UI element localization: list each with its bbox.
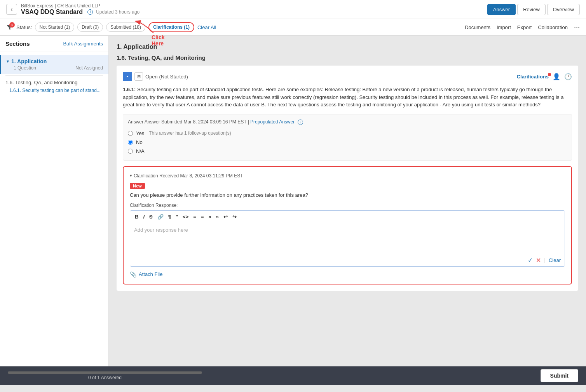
- confirm-button[interactable]: ✓: [528, 257, 533, 264]
- submit-button[interactable]: Submit: [541, 369, 578, 382]
- strikethrough-button[interactable]: S: [148, 213, 154, 220]
- prepopulated-label[interactable]: Prepopulated Answer: [250, 119, 295, 125]
- clear-button[interactable]: Clear: [549, 257, 561, 263]
- status-dropdown-button[interactable]: [123, 72, 132, 81]
- editor-footer: ✓ ✕ | Clear: [130, 254, 565, 266]
- sidebar-subsection-testing[interactable]: 1.6. Testing, QA, and Monitoring: [0, 77, 108, 86]
- radio-na[interactable]: [128, 149, 133, 154]
- documents-button[interactable]: Documents: [465, 24, 490, 30]
- status-bar: 1 Status: Not Started (1) Draft (0) Subm…: [0, 19, 586, 36]
- clarifications-button[interactable]: Clarifications: [517, 74, 549, 80]
- sidebar: Sections Bulk Assignments ▾ 1. Applicati…: [0, 36, 109, 366]
- option-no-label: No: [136, 139, 143, 145]
- header: ‹ BillSox Express | CR Bank United LLP V…: [0, 0, 586, 19]
- back-button[interactable]: ‹: [6, 4, 17, 15]
- editor-body[interactable]: Add your response here: [130, 223, 565, 254]
- bulk-assignments-button[interactable]: Bulk Assignments: [63, 41, 103, 47]
- paragraph-button[interactable]: ¶: [167, 213, 173, 220]
- main-content: 1. Application 1.6. Testing, QA, and Mon…: [109, 36, 586, 366]
- collaboration-button[interactable]: Collaboration: [538, 24, 568, 30]
- progress-section: 0 of 1 Answered: [8, 371, 202, 380]
- header-left: ‹ BillSox Express | CR Bank United LLP V…: [6, 3, 140, 16]
- sidebar-title: Sections: [5, 40, 30, 47]
- review-button[interactable]: Review: [517, 4, 546, 15]
- option-na[interactable]: N/A: [128, 148, 567, 154]
- main-layout: Sections Bulk Assignments ▾ 1. Applicati…: [0, 36, 586, 366]
- updated-time: Updated 3 hours ago: [96, 9, 140, 15]
- unordered-list-button[interactable]: ≡: [199, 213, 206, 220]
- prepopulated-info-icon[interactable]: i: [298, 120, 303, 125]
- option-yes[interactable]: Yes This answer has 1 follow-up question…: [128, 130, 567, 136]
- question-count: 1 Question: [14, 65, 36, 71]
- undo-button[interactable]: ↩: [222, 213, 229, 220]
- expand-icon[interactable]: ⊞: [134, 72, 143, 81]
- attach-label: Attach File: [139, 271, 162, 277]
- section-meta: 1 Question Not Assigned: [14, 64, 103, 71]
- blockquote-button[interactable]: ": [174, 213, 180, 220]
- assign-icon[interactable]: 👤: [553, 73, 560, 80]
- progress-label: 0 of 1 Answered: [8, 375, 202, 380]
- assigned-status: Not Assigned: [75, 65, 103, 71]
- cancel-button[interactable]: ✕: [536, 257, 541, 264]
- clarification-response-label: Clarification Response:: [130, 203, 565, 208]
- indent-right-button[interactable]: »: [215, 213, 220, 220]
- header-actions: Answer Review Overview: [487, 4, 580, 15]
- clarif-chevron-icon: ▾: [130, 173, 132, 178]
- code-button[interactable]: <>: [181, 213, 190, 220]
- draft-chip[interactable]: Draft (0): [77, 23, 103, 32]
- link-button[interactable]: 🔗: [156, 213, 165, 220]
- clarification-question-text: Can you please provide further informati…: [130, 192, 565, 198]
- radio-no[interactable]: [128, 140, 133, 145]
- answer-submitted-label: Answer: [128, 119, 145, 125]
- header-title-group: BillSox Express | CR Bank United LLP VSA…: [21, 3, 140, 16]
- indent-left-button[interactable]: «: [207, 213, 213, 220]
- question-number: 1.6.1:: [123, 87, 136, 92]
- filter-badge: 1: [9, 22, 15, 28]
- redo-button[interactable]: ↪: [231, 213, 238, 220]
- question-card: ⊞ Open (Not Started) Clarifications 👤 🕐 …: [117, 66, 578, 291]
- clarifications-chip[interactable]: Clarifications (1): [148, 22, 194, 32]
- radio-yes[interactable]: [128, 131, 133, 136]
- sidebar-header: Sections Bulk Assignments: [0, 36, 108, 52]
- open-status-label: Open (Not Started): [145, 74, 188, 80]
- clarification-header: ▾ Clarification Received Mar 8, 2024 03:…: [130, 173, 565, 179]
- answer-button[interactable]: Answer: [487, 4, 516, 15]
- export-button[interactable]: Export: [517, 24, 532, 30]
- not-started-chip[interactable]: Not Started (1): [35, 23, 74, 32]
- info-icon[interactable]: i: [87, 9, 93, 15]
- breadcrumb: 1. Application: [117, 43, 578, 50]
- submitted-chip[interactable]: Submitted (18): [106, 23, 145, 32]
- page-title: VSAQ DDQ Standard: [21, 9, 83, 16]
- section-item-header: ▾ 1. Application: [7, 58, 103, 64]
- italic-button[interactable]: I: [141, 213, 146, 220]
- chevron-down-icon: [125, 74, 130, 79]
- ordered-list-button[interactable]: ≡: [192, 213, 198, 220]
- clear-all-button[interactable]: Clear All: [197, 24, 216, 30]
- progress-bar-background: [8, 371, 202, 374]
- sidebar-item-application[interactable]: ▾ 1. Application 1 Question Not Assigned: [0, 55, 108, 74]
- filter-icon-container[interactable]: 1: [6, 24, 13, 31]
- answer-date: Answer Submitted Mar 8, 2024 03:09:16 PM…: [145, 119, 247, 125]
- section-name: 1. Application: [11, 58, 47, 64]
- import-button[interactable]: Import: [497, 24, 511, 30]
- question-status: ⊞ Open (Not Started): [123, 72, 188, 81]
- sidebar-item-security[interactable]: 1.6.1. Security testing can be part of s…: [0, 86, 108, 95]
- question-card-header: ⊞ Open (Not Started) Clarifications 👤 🕐: [123, 72, 572, 81]
- option-no[interactable]: No: [128, 139, 567, 145]
- company-name: BillSox Express | CR Bank United LLP: [21, 3, 140, 9]
- answer-radio-group: Yes This answer has 1 follow-up question…: [128, 129, 567, 156]
- option-na-label: N/A: [136, 148, 145, 154]
- clarification-dot: [548, 73, 551, 76]
- sidebar-sections: ▾ 1. Application 1 Question Not Assigned…: [0, 52, 108, 98]
- answer-section: Answer Answer Submitted Mar 8, 2024 03:0…: [123, 114, 572, 161]
- clarification-box: ▾ Clarification Received Mar 8, 2024 03:…: [123, 166, 572, 284]
- more-options-button[interactable]: ···: [574, 23, 580, 31]
- section-title: 1.6. Testing, QA, and Monitoring: [117, 54, 578, 61]
- clarification-date: Clarification Received Mar 8, 2024 03:11…: [134, 173, 243, 179]
- overview-button[interactable]: Overview: [547, 4, 580, 15]
- attach-file-button[interactable]: 📎 Attach File: [130, 271, 565, 278]
- bold-button[interactable]: B: [133, 213, 140, 220]
- bottom-bar: 0 of 1 Answered Submit: [0, 366, 586, 385]
- sub-item-label: 1.6.1. Security testing can be part of s…: [9, 88, 101, 93]
- history-icon[interactable]: 🕐: [564, 73, 572, 80]
